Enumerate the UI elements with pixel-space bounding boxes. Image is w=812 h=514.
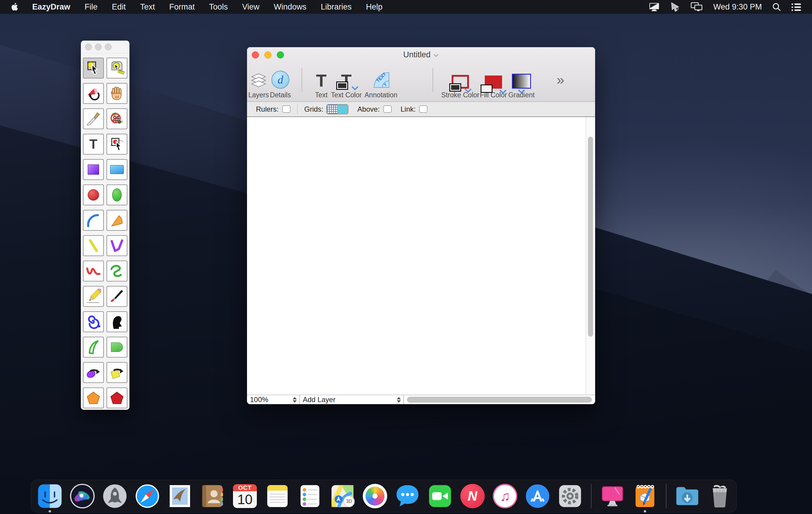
toolbar-stroke-color-button[interactable]: Stroke Color bbox=[441, 66, 480, 99]
menu-tools[interactable]: Tools bbox=[202, 0, 235, 14]
tool-measure-button[interactable] bbox=[107, 58, 127, 79]
tool-spiral-button[interactable] bbox=[83, 311, 104, 332]
rulers-checkbox[interactable] bbox=[282, 105, 291, 113]
grid-fill-button[interactable] bbox=[337, 105, 348, 114]
tool-pencil-button[interactable] bbox=[83, 286, 104, 307]
dock-contacts-icon[interactable] bbox=[200, 483, 225, 509]
tool-text-button[interactable]: T bbox=[83, 134, 104, 155]
toolbar-overflow-button[interactable]: » bbox=[557, 73, 564, 86]
menu-help[interactable]: Help bbox=[359, 0, 390, 14]
dock-photos-icon[interactable] bbox=[362, 483, 388, 509]
tool-pentagon-orange-button[interactable] bbox=[83, 387, 104, 408]
tool-line-button[interactable] bbox=[83, 235, 104, 256]
tool-silhouette-button[interactable] bbox=[107, 311, 127, 332]
dock-launchpad-icon[interactable] bbox=[102, 483, 128, 509]
menu-edit[interactable]: Edit bbox=[105, 0, 133, 14]
tool-ellipse-button[interactable] bbox=[107, 185, 127, 205]
tool-circle-button[interactable] bbox=[83, 185, 104, 205]
add-layer-menu[interactable]: Add Layer bbox=[300, 395, 404, 404]
toolbar-text-color-button[interactable]: T Text Color bbox=[330, 66, 363, 99]
dock-facetime-icon[interactable] bbox=[427, 483, 453, 509]
toolbar-layers-button[interactable]: Layers bbox=[250, 66, 268, 99]
toolbar-text-button[interactable]: T Text bbox=[312, 66, 331, 99]
dock-finder-icon[interactable] bbox=[37, 483, 63, 509]
dock-itunes-icon[interactable]: ♫ bbox=[492, 483, 518, 509]
above-label: Above: bbox=[357, 105, 380, 113]
dock-cleanmymac-icon[interactable] bbox=[600, 483, 625, 509]
tool-palette-titlebar[interactable] bbox=[81, 40, 129, 53]
window-title[interactable]: Untitled bbox=[247, 50, 595, 59]
grid-lines-button[interactable] bbox=[327, 105, 337, 114]
menu-app-name[interactable]: EazyDraw bbox=[32, 0, 78, 14]
dock-app-store-icon[interactable] bbox=[525, 483, 550, 509]
dock-reminders-icon[interactable] bbox=[297, 483, 323, 509]
toolbar-details-button[interactable]: d Details bbox=[271, 66, 290, 99]
palette-close-button[interactable] bbox=[85, 44, 92, 50]
menu-windows[interactable]: Windows bbox=[267, 0, 314, 14]
tool-knife-button[interactable] bbox=[83, 108, 104, 129]
toolbar-fill-color-button[interactable]: Fill Color bbox=[478, 66, 508, 99]
tool-rounded-rectangle-button[interactable] bbox=[107, 159, 127, 180]
grids-label: Grids: bbox=[304, 105, 323, 113]
dock-notes-icon[interactable] bbox=[265, 483, 290, 509]
tool-freehand-button[interactable] bbox=[107, 261, 127, 281]
menu-format[interactable]: Format bbox=[162, 0, 202, 14]
drawing-canvas[interactable] bbox=[247, 117, 595, 395]
horizontal-scrollbar-thumb[interactable] bbox=[407, 397, 592, 403]
tool-edit-points-button[interactable] bbox=[107, 134, 127, 155]
vertical-scrollbar-thumb[interactable] bbox=[588, 137, 593, 337]
menu-clock[interactable]: Wed 9:30 PM bbox=[713, 2, 762, 11]
screen-mirroring-icon[interactable] bbox=[649, 2, 660, 11]
tool-capsule-button[interactable] bbox=[107, 337, 127, 358]
window-titlebar[interactable]: Untitled Layers d Details T Text T bbox=[247, 47, 595, 102]
displays-icon[interactable] bbox=[691, 2, 703, 11]
dock-calendar-icon[interactable]: OCT10 bbox=[232, 483, 258, 509]
menu-view[interactable]: View bbox=[235, 0, 267, 14]
palette-minimize-button[interactable] bbox=[95, 44, 102, 50]
stepper-arrows-icon[interactable] bbox=[397, 397, 401, 403]
above-checkbox[interactable] bbox=[383, 105, 392, 113]
tool-pan-hand-button[interactable] bbox=[107, 83, 127, 104]
dock-trash-icon[interactable] bbox=[707, 483, 733, 509]
apple-menu-icon[interactable] bbox=[11, 2, 20, 11]
remote-pointer-icon[interactable] bbox=[670, 2, 680, 11]
dock-mail-icon[interactable] bbox=[167, 483, 193, 509]
select-icon bbox=[86, 60, 101, 76]
dock-siri-icon[interactable] bbox=[69, 483, 95, 509]
dock-eazydraw-icon[interactable] bbox=[632, 483, 658, 509]
dock-messages-icon[interactable] bbox=[395, 483, 420, 509]
menu-file[interactable]: File bbox=[78, 0, 105, 14]
horizontal-scrollbar[interactable] bbox=[404, 395, 595, 404]
tool-polyline-button[interactable] bbox=[107, 235, 127, 256]
toolbar-gradient-button[interactable]: Gradient bbox=[507, 66, 536, 99]
spotlight-icon[interactable] bbox=[772, 2, 781, 11]
toolbar-annotation-button[interactable]: TEXT T Annotation bbox=[363, 66, 399, 99]
tool-arc-button[interactable] bbox=[83, 210, 104, 231]
tool-pentagon-red-button[interactable] bbox=[107, 387, 127, 408]
tool-paintbrush-button[interactable] bbox=[107, 286, 127, 307]
dock-maps-icon[interactable]: 3D bbox=[330, 483, 355, 509]
tool-rotate-ellipse-button[interactable] bbox=[83, 362, 104, 383]
arc-icon bbox=[86, 213, 101, 228]
tool-select-button[interactable] bbox=[83, 58, 104, 79]
menu-libraries[interactable]: Libraries bbox=[314, 0, 359, 14]
notification-center-icon[interactable] bbox=[791, 3, 801, 11]
tool-crescent-button[interactable] bbox=[83, 337, 104, 358]
zoom-stepper[interactable]: 100% bbox=[247, 395, 300, 404]
tool-undo-fan-button[interactable] bbox=[83, 83, 104, 104]
tool-rectangle-button[interactable] bbox=[83, 159, 104, 180]
dock-news-icon[interactable]: N bbox=[460, 483, 485, 509]
palette-zoom-button[interactable] bbox=[105, 44, 112, 50]
dock-safari-icon[interactable] bbox=[135, 483, 160, 509]
dock-system-preferences-icon[interactable] bbox=[557, 483, 583, 509]
menu-text[interactable]: Text bbox=[133, 0, 162, 14]
stepper-arrows-icon[interactable] bbox=[293, 397, 297, 403]
rectangle-icon bbox=[88, 164, 99, 174]
tool-curve-button[interactable] bbox=[83, 261, 104, 281]
tool-no-command-button[interactable]: ⌘ bbox=[107, 108, 127, 129]
tool-pie-wedge-button[interactable] bbox=[107, 210, 127, 231]
vertical-scrollbar[interactable] bbox=[586, 117, 595, 395]
tool-rotate-square-button[interactable] bbox=[107, 362, 127, 383]
link-checkbox[interactable] bbox=[419, 105, 428, 113]
dock-downloads-icon[interactable] bbox=[674, 483, 700, 509]
